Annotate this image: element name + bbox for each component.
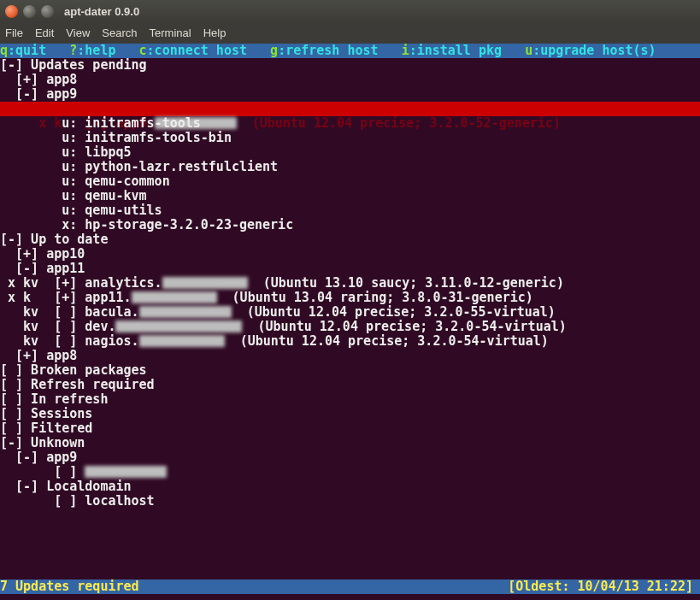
window-maximize-button[interactable]	[41, 5, 54, 18]
menu-view[interactable]: View	[66, 26, 90, 39]
pkg-row: u: qemu-common	[0, 174, 700, 189]
window-minimize-button[interactable]	[23, 5, 36, 18]
tree-item-app9[interactable]: [-] app9	[0, 87, 700, 102]
menu-bar: File Edit View Search Terminal Help	[0, 22, 700, 44]
group-up-to-date[interactable]: [-] Up to date	[0, 232, 700, 247]
group-filtered[interactable]: [ ] Filtered	[0, 421, 700, 436]
pkg-row: u: python-lazr.restfulclient	[0, 160, 700, 174]
menu-help[interactable]: Help	[203, 26, 226, 39]
pkg-row: u: initramfs-tools	[0, 116, 700, 131]
pkg-row: u: qemu-kvm	[0, 189, 700, 203]
pkg-row: u: qemu-utils	[0, 203, 700, 218]
group-sessions[interactable]: [ ] Sessions	[0, 407, 700, 421]
tree-item-localhost[interactable]: [ ] localhost	[0, 494, 700, 509]
selected-host-row[interactable]: x k [-] app9. (Ubuntu 12.04 precise; 3.2…	[0, 102, 700, 116]
status-left: 7 Updates required	[0, 579, 139, 594]
window-titlebar: apt-dater 0.9.0	[0, 0, 700, 22]
window-title: apt-dater 0.9.0	[64, 5, 139, 18]
menu-terminal[interactable]: Terminal	[150, 26, 191, 39]
shortcut-bar: q:quit ?:help c:connect host g:refresh h…	[0, 44, 700, 58]
tree-item-app11[interactable]: [-] app11	[0, 262, 700, 276]
host-row-unknown[interactable]: [ ]	[0, 465, 700, 479]
host-row[interactable]: kv [ ] bacula. (Ubuntu 12.04 precise; 3.…	[0, 305, 700, 320]
group-broken[interactable]: [ ] Broken packages	[0, 363, 700, 378]
host-row[interactable]: x kv [+] analytics. (Ubuntu 13.10 saucy;…	[0, 276, 700, 291]
group-in-refresh[interactable]: [ ] In refresh	[0, 392, 700, 407]
terminal[interactable]: q:quit ?:help c:connect host g:refresh h…	[0, 44, 700, 600]
group-updates-pending[interactable]: [-] Updates pending	[0, 58, 700, 73]
window-close-button[interactable]	[5, 5, 18, 18]
menu-search[interactable]: Search	[102, 26, 137, 39]
tree-item-app8-b[interactable]: [+] app8	[0, 349, 700, 363]
tree-item-app9-b[interactable]: [-] app9	[0, 450, 700, 465]
host-row[interactable]: kv [ ] nagios. (Ubuntu 12.04 precise; 3.…	[0, 334, 700, 349]
menu-edit[interactable]: Edit	[35, 26, 54, 39]
menu-file[interactable]: File	[5, 26, 23, 39]
status-bar: 7 Updates required [Oldest: 10/04/13 21:…	[0, 579, 700, 594]
group-unknown[interactable]: [-] Unknown	[0, 436, 700, 450]
tree-item-localdomain[interactable]: [-] Localdomain	[0, 479, 700, 494]
pkg-row: u: libpq5	[0, 145, 700, 160]
group-refresh-required[interactable]: [ ] Refresh required	[0, 378, 700, 392]
host-row[interactable]: kv [ ] dev. (Ubuntu 12.04 precise; 3.2.0…	[0, 320, 700, 334]
host-row[interactable]: x k [+] app11. (Ubuntu 13.04 raring; 3.8…	[0, 291, 700, 305]
pkg-row: u: initramfs-tools-bin	[0, 131, 700, 145]
status-right: [Oldest: 10/04/13 21:22]	[508, 579, 693, 594]
pkg-row: x: hp-storage-3.2.0-23-generic	[0, 218, 700, 232]
tree-item-app8[interactable]: [+] app8	[0, 73, 700, 87]
tree-item-app10[interactable]: [+] app10	[0, 247, 700, 262]
